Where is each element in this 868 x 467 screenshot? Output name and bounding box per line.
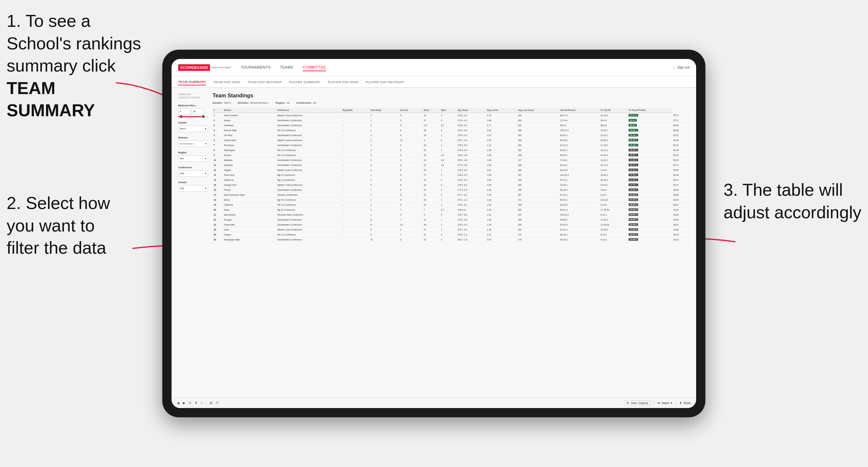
table-row: 25OregonPac-12 Conference-57210279.5 -1.… <box>213 232 689 237</box>
share-page-icon[interactable]: ⬆ <box>195 401 197 405</box>
table-cell: New Mexico <box>223 212 276 217</box>
filter-minimum-rounds-label: Minimum Rou... <box>178 104 208 107</box>
table-cell: 88-17-0 <box>559 113 599 118</box>
table-cell: 260 <box>517 203 559 207</box>
table-cell: 9 <box>399 173 423 178</box>
table-cell: 267 <box>517 173 559 178</box>
table-cell: 278.7 -5.8 <box>457 212 486 217</box>
table-cell: 27-17-1 <box>627 197 672 203</box>
table-cell: 1.53 <box>486 203 517 207</box>
table-cell: 6 <box>399 133 423 138</box>
tabs-icon[interactable]: ⊞ <box>210 401 212 405</box>
forward-icon[interactable]: ▶ <box>183 401 185 405</box>
table-cell: Texas A&M <box>223 222 276 227</box>
nav-teams[interactable]: TEAMS <box>280 64 293 71</box>
timer-icon[interactable]: ⏱ <box>216 401 219 405</box>
table-cell: 23 <box>423 158 440 163</box>
table-cell: 20 <box>213 207 223 212</box>
subnav-player-summary[interactable]: PLAYER SUMMARY <box>289 79 320 85</box>
table-cell: 280.7 -1.8 <box>457 237 486 242</box>
table-cell: Mississippi State <box>223 237 276 242</box>
table-cell: Big 12 Conference <box>276 207 342 212</box>
filter-conference-select[interactable]: (All) ▾ <box>178 170 208 177</box>
filter-region-select[interactable]: N/A ▾ <box>178 155 208 162</box>
table-cell: Texas <box>223 207 276 212</box>
table-cell: Southeastern Conference <box>276 222 342 227</box>
table-cell: 1 <box>213 113 223 118</box>
table-cell: 1.44 <box>486 207 517 212</box>
table-cell: 8 <box>370 217 399 222</box>
table-cell: 51-18-2 <box>627 178 672 183</box>
main-content: Update time: 27/03/2024 16:56:26 Minimum… <box>172 88 696 398</box>
table-cell: 9 <box>399 128 423 133</box>
sign-out-button[interactable]: Sign out <box>677 66 689 69</box>
table-cell: 9 <box>399 197 423 203</box>
table-cell: 6 <box>423 212 440 217</box>
reload-icon[interactable]: ↻ <box>189 401 191 405</box>
table-cell: 29-15-1 <box>627 133 672 138</box>
table-cell: 279.9 -9.5 <box>457 143 486 148</box>
table-cell: 30 <box>423 222 440 227</box>
nav-tournaments[interactable]: TOURNAMENTS <box>241 64 271 71</box>
table-cell: 265 <box>517 183 559 187</box>
table-cell: 6 <box>370 163 399 167</box>
table-cell: 4 <box>370 143 399 148</box>
filter-slider-track[interactable] <box>178 116 208 117</box>
watch-button[interactable]: 👁 Watch ▾ <box>657 401 673 405</box>
table-cell: - <box>342 207 370 212</box>
subnav-player-h2h-heatmap[interactable]: PLAYER H2H HEATMAP <box>366 79 404 85</box>
table-cell: Pac-12 Conference <box>276 232 342 237</box>
filter-division-select[interactable]: NCAA Division I ▾ <box>178 141 208 147</box>
table-cell: 4-21-0 <box>599 237 627 242</box>
table-cell: 43-23-1 <box>599 128 627 133</box>
table-row: 8WashingtonPac-12 Conference-28231276.3 … <box>213 148 689 153</box>
table-cell: 31-29-1 <box>627 158 672 163</box>
table-cell: Pac-12 Conference <box>276 128 342 133</box>
table-cell: 12-14-1 <box>599 133 627 138</box>
table-cell: 16 <box>213 187 223 192</box>
table-cell: Big 12 Conference <box>276 173 342 178</box>
subnav-player-h2h-grid[interactable]: PLAYER H2H GRID <box>328 79 358 85</box>
subnav-team-h2h-heatmap[interactable]: TEAM H2H HEATMAP <box>247 79 282 85</box>
table-cell: 215 <box>517 212 559 217</box>
filter-gender-select[interactable]: Men's ▾ <box>178 126 208 132</box>
table-cell: 24 <box>423 178 440 183</box>
filter-min-input[interactable]: 4 <box>178 108 190 115</box>
table-cell: 5 <box>370 158 399 163</box>
table-cell: 276.5 -3.1 <box>457 178 486 183</box>
table-cell: 12 <box>213 167 223 173</box>
table-cell: Southeastern Conference <box>276 133 342 138</box>
table-cell: 277.0 -3.8 <box>457 163 486 167</box>
table-row: 16FloridaSoutheastern Conference-7924427… <box>213 187 689 192</box>
table-cell: 279.5 -1.1 <box>457 232 486 237</box>
table-cell: 88-6-0 <box>627 123 672 128</box>
table-cell: 80.21 <box>672 143 689 148</box>
back-icon[interactable]: ◀ <box>177 401 180 405</box>
subnav-team-summary[interactable]: TEAM SUMMARY <box>178 79 206 86</box>
table-cell: 6.2 <box>440 123 456 128</box>
filter-school-select[interactable]: (All) ▾ <box>178 185 208 192</box>
view-original-button[interactable]: 👁 View: Original <box>624 400 650 406</box>
tablet-frame: SCOREBOARD Powered by clipp'd TOURNAMENT… <box>162 50 705 417</box>
table-cell: Big Ten Conference <box>276 197 342 203</box>
table-cell: 8 <box>399 237 423 242</box>
table-row: 21New MexicoMountain West Conference-156… <box>213 212 689 217</box>
table-cell: 2 <box>440 143 456 148</box>
filter-max-input[interactable]: 30 <box>191 108 203 115</box>
table-cell: 276.9 -3.6 <box>457 158 486 163</box>
bookmark-icon[interactable]: □ <box>201 401 203 405</box>
col-overall-record: Overall Record <box>559 107 599 113</box>
table-row: 18IllinoisBig Ten Conference-19231279.1 … <box>213 197 689 203</box>
share-button[interactable]: ⬆ Share <box>679 401 691 405</box>
nav-committee[interactable]: COMMITTEE <box>303 64 326 71</box>
table-cell: 5 <box>370 227 399 232</box>
filter-conference: Conference (All) ▾ <box>178 166 208 177</box>
table-cell: 268 <box>517 163 559 167</box>
table-cell: 13-24-1 <box>599 158 627 163</box>
table-cell: 23 <box>423 237 440 242</box>
table-cell: - <box>342 212 370 217</box>
table-cell: 25 <box>213 232 223 237</box>
table-cell: - <box>342 158 370 163</box>
table-cell: 29-20-1 <box>627 212 672 217</box>
subnav-team-h2h-grid[interactable]: TEAM H2H GRID <box>213 79 240 85</box>
